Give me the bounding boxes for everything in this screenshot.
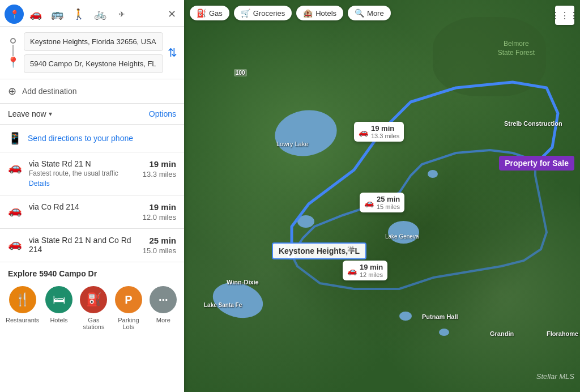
route-info-2: via Co Rd 214: [29, 202, 136, 211]
origin-input[interactable]: [24, 32, 163, 51]
route-details-link-1[interactable]: Details: [29, 180, 50, 188]
car-icon-3: 🚗: [8, 237, 22, 250]
transit-tab[interactable]: 🚌: [48, 5, 67, 24]
bubble-time-2: 25 min: [377, 195, 400, 203]
route-dist-2: 12.0 miles: [143, 213, 176, 221]
send-directions[interactable]: 📱 Send directions to your phone: [0, 125, 184, 152]
options-link[interactable]: Options: [149, 109, 176, 118]
route-name-2: via Co Rd 214: [29, 202, 136, 211]
route-time-1: 19 min: [143, 159, 176, 169]
bubble-info-2: 25 min 15 miles: [377, 195, 400, 210]
route-time-dist-1: 19 min 13.3 miles: [143, 159, 176, 178]
dest-pin: 📍: [7, 57, 19, 67]
route-name-3: via State Rd 21 N and Co Rd 214: [29, 236, 136, 254]
mode-tabs: 📍 🚗 🚌 🚶 🚲 ✈ ✕: [0, 0, 184, 27]
restaurants-icon: 🍴: [9, 286, 36, 313]
origin-dot: [10, 38, 16, 44]
route-dist-1: 13.3 miles: [143, 170, 176, 178]
bubble-time-1: 19 min: [371, 124, 399, 133]
leave-now-arrow-icon: ▾: [49, 110, 52, 118]
hotels-filter-label: Hotels: [315, 9, 336, 18]
route-bubble-3[interactable]: 🚗 19 min 12 miles: [343, 261, 387, 280]
parking-icon: P: [115, 286, 142, 313]
groceries-filter-icon: 🛒: [241, 8, 250, 18]
route-time-2: 19 min: [143, 202, 176, 212]
driving-tab[interactable]: 🚗: [26, 5, 45, 24]
bubble-dist-1: 13.3 miles: [371, 133, 399, 139]
property-label-text: Property for Sale: [505, 159, 569, 168]
route-info-3: via State Rd 21 N and Co Rd 214: [29, 236, 136, 254]
more-filter-label: More: [367, 9, 384, 18]
map-filter-bar: ⛽ Gas 🛒 Groceries 🏨 Hotels 🔍 More: [190, 6, 391, 20]
add-destination[interactable]: ⊕ Add destination: [0, 79, 184, 104]
add-icon: ⊕: [8, 85, 16, 97]
route-subtext-1: Fastest route, the usual traffic: [29, 169, 136, 177]
route-line: [12, 45, 14, 56]
destination-input[interactable]: [24, 54, 163, 73]
bubble-car-icon-3: 🚗: [347, 266, 357, 275]
streib-label: Streib Construction: [504, 120, 562, 127]
winn-dixie-label: Winn-Dixie: [227, 279, 259, 286]
filter-groceries[interactable]: 🛒 Groceries: [234, 6, 292, 20]
phone-icon: 📱: [8, 131, 22, 145]
route-info-1: via State Rd 21 N Fastest route, the usu…: [29, 159, 136, 188]
leave-now-label: Leave now: [8, 109, 46, 118]
my-location-tab[interactable]: 📍: [5, 5, 24, 24]
route-time-dist-2: 19 min 12.0 miles: [143, 202, 176, 221]
rd100-label-top: 100: [234, 69, 247, 76]
send-directions-label: Send directions to your phone: [28, 134, 133, 143]
cycling-tab[interactable]: 🚲: [91, 5, 110, 24]
route-bubble-1[interactable]: 🚗 19 min 13.3 miles: [354, 122, 404, 142]
bubble-car-icon-1: 🚗: [359, 127, 368, 137]
putnam-hall-label: Putnam Hall: [422, 313, 458, 320]
car-icon-2: 🚗: [8, 203, 22, 217]
more-label: More: [156, 317, 170, 323]
filter-gas[interactable]: ⛽ Gas: [190, 6, 229, 20]
bubble-dist-2: 15 miles: [377, 203, 400, 210]
hotels-label: Hotels: [50, 317, 67, 323]
route-bubble-2[interactable]: 🚗 25 min 15 miles: [360, 193, 404, 212]
route-dist-3: 15.0 miles: [143, 246, 176, 255]
lake-lowry-label: Lowry Lake: [276, 140, 308, 147]
route-option-3[interactable]: 🚗 via State Rd 21 N and Co Rd 214 25 min…: [0, 229, 184, 262]
map-area: BelmoreState Forest 🚗 19 min 13.3 miles …: [184, 0, 580, 392]
explore-icons: 🍴 Restaurants 🛏 Hotels ⛽ Gas stations P …: [0, 283, 184, 339]
route-inputs: 📍 ⇅: [0, 27, 184, 79]
explore-gas-stations[interactable]: ⛽ Gas stations: [79, 286, 109, 330]
filter-more[interactable]: 🔍 More: [348, 6, 391, 20]
more-icon: ···: [150, 286, 177, 313]
route-time-3: 25 min: [143, 236, 176, 245]
gas-icon: ⛽: [80, 286, 107, 313]
filter-hotels[interactable]: 🏨 Hotels: [296, 6, 343, 20]
explore-restaurants[interactable]: 🍴 Restaurants: [6, 286, 39, 330]
stellar-mls-watermark: Stellar MLS: [536, 372, 574, 381]
route-name-1: via State Rd 21 N: [29, 159, 136, 168]
close-button[interactable]: ✕: [164, 6, 180, 22]
bubble-time-3: 19 min: [360, 263, 383, 271]
restaurants-label: Restaurants: [6, 317, 39, 323]
route-options-bar: Leave now ▾ Options: [0, 104, 184, 125]
flights-tab[interactable]: ✈: [112, 5, 131, 24]
route-option-1[interactable]: 🚗 via State Rd 21 N Fastest route, the u…: [0, 152, 184, 195]
gas-label: Gas stations: [79, 317, 109, 330]
parking-label: Parking Lots: [113, 317, 143, 330]
groceries-filter-label: Groceries: [253, 9, 285, 18]
gas-filter-label: Gas: [209, 9, 223, 18]
map-grid-button[interactable]: ⋮⋮⋮: [555, 6, 574, 25]
route-dots: 📍: [7, 38, 19, 67]
explore-parking[interactable]: P Parking Lots: [113, 286, 143, 330]
walking-tab[interactable]: 🚶: [69, 5, 88, 24]
more-filter-icon: 🔍: [355, 8, 364, 18]
florahome-label: Florahome: [547, 330, 578, 337]
route-time-dist-3: 25 min 15.0 miles: [143, 236, 176, 255]
lake-santa-fe-label: Lake Santa Fe: [204, 302, 242, 308]
grandin-label: Grandin: [490, 330, 514, 337]
explore-more[interactable]: ··· More: [148, 286, 178, 330]
explore-header: Explore 5940 Campo Dr: [0, 262, 184, 283]
explore-hotels[interactable]: 🛏 Hotels: [44, 286, 74, 330]
leave-now-button[interactable]: Leave now ▾: [8, 109, 52, 118]
swap-button[interactable]: ⇅: [168, 46, 177, 59]
left-panel: 📍 🚗 🚌 🚶 🚲 ✈ ✕ 📍 ⇅ ⊕ Add destination Leav…: [0, 0, 184, 392]
bubble-car-icon-2: 🚗: [364, 198, 374, 207]
route-option-2[interactable]: 🚗 via Co Rd 214 19 min 12.0 miles: [0, 195, 184, 229]
